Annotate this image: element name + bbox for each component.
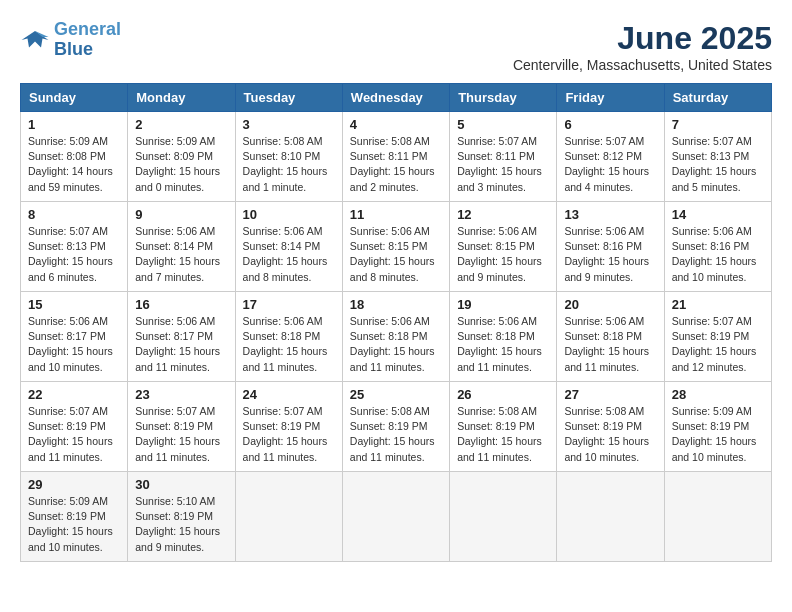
day-info: Sunrise: 5:08 AM Sunset: 8:19 PM Dayligh…: [457, 404, 549, 465]
calendar-cell: 9 Sunrise: 5:06 AM Sunset: 8:14 PM Dayli…: [128, 202, 235, 292]
day-info: Sunrise: 5:06 AM Sunset: 8:17 PM Dayligh…: [28, 314, 120, 375]
day-number: 23: [135, 387, 227, 402]
day-number: 13: [564, 207, 656, 222]
day-number: 6: [564, 117, 656, 132]
day-info: Sunrise: 5:06 AM Sunset: 8:14 PM Dayligh…: [135, 224, 227, 285]
day-info: Sunrise: 5:09 AM Sunset: 8:08 PM Dayligh…: [28, 134, 120, 195]
day-header-sunday: Sunday: [21, 84, 128, 112]
calendar-cell: 10 Sunrise: 5:06 AM Sunset: 8:14 PM Dayl…: [235, 202, 342, 292]
day-info: Sunrise: 5:06 AM Sunset: 8:18 PM Dayligh…: [243, 314, 335, 375]
day-header-tuesday: Tuesday: [235, 84, 342, 112]
day-info: Sunrise: 5:07 AM Sunset: 8:19 PM Dayligh…: [135, 404, 227, 465]
day-info: Sunrise: 5:06 AM Sunset: 8:16 PM Dayligh…: [564, 224, 656, 285]
day-number: 21: [672, 297, 764, 312]
day-info: Sunrise: 5:08 AM Sunset: 8:11 PM Dayligh…: [350, 134, 442, 195]
logo-text: GeneralBlue: [54, 20, 121, 60]
day-info: Sunrise: 5:10 AM Sunset: 8:19 PM Dayligh…: [135, 494, 227, 555]
day-info: Sunrise: 5:07 AM Sunset: 8:12 PM Dayligh…: [564, 134, 656, 195]
day-number: 2: [135, 117, 227, 132]
day-info: Sunrise: 5:07 AM Sunset: 8:11 PM Dayligh…: [457, 134, 549, 195]
calendar-cell: 17 Sunrise: 5:06 AM Sunset: 8:18 PM Dayl…: [235, 292, 342, 382]
day-info: Sunrise: 5:07 AM Sunset: 8:13 PM Dayligh…: [672, 134, 764, 195]
calendar-cell: 2 Sunrise: 5:09 AM Sunset: 8:09 PM Dayli…: [128, 112, 235, 202]
day-number: 9: [135, 207, 227, 222]
calendar-cell: 21 Sunrise: 5:07 AM Sunset: 8:19 PM Dayl…: [664, 292, 771, 382]
logo: GeneralBlue: [20, 20, 121, 60]
calendar-cell: 18 Sunrise: 5:06 AM Sunset: 8:18 PM Dayl…: [342, 292, 449, 382]
calendar-cell: [664, 472, 771, 562]
day-number: 15: [28, 297, 120, 312]
calendar-cell: 20 Sunrise: 5:06 AM Sunset: 8:18 PM Dayl…: [557, 292, 664, 382]
title-area: June 2025 Centerville, Massachusetts, Un…: [513, 20, 772, 73]
day-number: 5: [457, 117, 549, 132]
calendar-cell: 5 Sunrise: 5:07 AM Sunset: 8:11 PM Dayli…: [450, 112, 557, 202]
day-number: 22: [28, 387, 120, 402]
day-number: 24: [243, 387, 335, 402]
day-number: 28: [672, 387, 764, 402]
header: GeneralBlue June 2025 Centerville, Massa…: [20, 20, 772, 73]
calendar-cell: 27 Sunrise: 5:08 AM Sunset: 8:19 PM Dayl…: [557, 382, 664, 472]
day-number: 29: [28, 477, 120, 492]
calendar-cell: 30 Sunrise: 5:10 AM Sunset: 8:19 PM Dayl…: [128, 472, 235, 562]
calendar-cell: 22 Sunrise: 5:07 AM Sunset: 8:19 PM Dayl…: [21, 382, 128, 472]
calendar-cell: 8 Sunrise: 5:07 AM Sunset: 8:13 PM Dayli…: [21, 202, 128, 292]
day-number: 26: [457, 387, 549, 402]
day-info: Sunrise: 5:08 AM Sunset: 8:19 PM Dayligh…: [350, 404, 442, 465]
day-number: 4: [350, 117, 442, 132]
week-row-4: 22 Sunrise: 5:07 AM Sunset: 8:19 PM Dayl…: [21, 382, 772, 472]
week-row-2: 8 Sunrise: 5:07 AM Sunset: 8:13 PM Dayli…: [21, 202, 772, 292]
day-info: Sunrise: 5:06 AM Sunset: 8:14 PM Dayligh…: [243, 224, 335, 285]
day-number: 7: [672, 117, 764, 132]
day-header-thursday: Thursday: [450, 84, 557, 112]
calendar-cell: 26 Sunrise: 5:08 AM Sunset: 8:19 PM Dayl…: [450, 382, 557, 472]
svg-marker-0: [22, 31, 49, 48]
logo-icon: [20, 25, 50, 55]
day-number: 30: [135, 477, 227, 492]
day-info: Sunrise: 5:08 AM Sunset: 8:10 PM Dayligh…: [243, 134, 335, 195]
calendar-cell: 15 Sunrise: 5:06 AM Sunset: 8:17 PM Dayl…: [21, 292, 128, 382]
day-info: Sunrise: 5:06 AM Sunset: 8:15 PM Dayligh…: [350, 224, 442, 285]
calendar-cell: 6 Sunrise: 5:07 AM Sunset: 8:12 PM Dayli…: [557, 112, 664, 202]
week-row-5: 29 Sunrise: 5:09 AM Sunset: 8:19 PM Dayl…: [21, 472, 772, 562]
calendar-cell: 23 Sunrise: 5:07 AM Sunset: 8:19 PM Dayl…: [128, 382, 235, 472]
calendar-cell: 29 Sunrise: 5:09 AM Sunset: 8:19 PM Dayl…: [21, 472, 128, 562]
day-number: 18: [350, 297, 442, 312]
day-number: 1: [28, 117, 120, 132]
calendar-header-row: SundayMondayTuesdayWednesdayThursdayFrid…: [21, 84, 772, 112]
calendar-cell: 11 Sunrise: 5:06 AM Sunset: 8:15 PM Dayl…: [342, 202, 449, 292]
week-row-1: 1 Sunrise: 5:09 AM Sunset: 8:08 PM Dayli…: [21, 112, 772, 202]
day-number: 8: [28, 207, 120, 222]
day-number: 20: [564, 297, 656, 312]
day-number: 27: [564, 387, 656, 402]
day-info: Sunrise: 5:08 AM Sunset: 8:19 PM Dayligh…: [564, 404, 656, 465]
day-number: 19: [457, 297, 549, 312]
calendar-cell: 12 Sunrise: 5:06 AM Sunset: 8:15 PM Dayl…: [450, 202, 557, 292]
calendar-cell: [450, 472, 557, 562]
calendar-cell: [235, 472, 342, 562]
calendar-cell: 19 Sunrise: 5:06 AM Sunset: 8:18 PM Dayl…: [450, 292, 557, 382]
day-header-friday: Friday: [557, 84, 664, 112]
month-title: June 2025: [513, 20, 772, 57]
calendar-cell: [557, 472, 664, 562]
calendar-table: SundayMondayTuesdayWednesdayThursdayFrid…: [20, 83, 772, 562]
calendar-cell: 25 Sunrise: 5:08 AM Sunset: 8:19 PM Dayl…: [342, 382, 449, 472]
calendar-cell: 1 Sunrise: 5:09 AM Sunset: 8:08 PM Dayli…: [21, 112, 128, 202]
day-header-monday: Monday: [128, 84, 235, 112]
calendar-cell: 14 Sunrise: 5:06 AM Sunset: 8:16 PM Dayl…: [664, 202, 771, 292]
day-info: Sunrise: 5:06 AM Sunset: 8:18 PM Dayligh…: [350, 314, 442, 375]
day-info: Sunrise: 5:07 AM Sunset: 8:19 PM Dayligh…: [28, 404, 120, 465]
day-info: Sunrise: 5:07 AM Sunset: 8:13 PM Dayligh…: [28, 224, 120, 285]
day-info: Sunrise: 5:09 AM Sunset: 8:19 PM Dayligh…: [28, 494, 120, 555]
day-info: Sunrise: 5:09 AM Sunset: 8:19 PM Dayligh…: [672, 404, 764, 465]
week-row-3: 15 Sunrise: 5:06 AM Sunset: 8:17 PM Dayl…: [21, 292, 772, 382]
day-number: 16: [135, 297, 227, 312]
day-number: 12: [457, 207, 549, 222]
day-info: Sunrise: 5:06 AM Sunset: 8:17 PM Dayligh…: [135, 314, 227, 375]
day-info: Sunrise: 5:06 AM Sunset: 8:16 PM Dayligh…: [672, 224, 764, 285]
calendar-cell: 24 Sunrise: 5:07 AM Sunset: 8:19 PM Dayl…: [235, 382, 342, 472]
day-number: 17: [243, 297, 335, 312]
calendar-cell: 28 Sunrise: 5:09 AM Sunset: 8:19 PM Dayl…: [664, 382, 771, 472]
day-number: 11: [350, 207, 442, 222]
day-number: 25: [350, 387, 442, 402]
calendar-cell: 4 Sunrise: 5:08 AM Sunset: 8:11 PM Dayli…: [342, 112, 449, 202]
